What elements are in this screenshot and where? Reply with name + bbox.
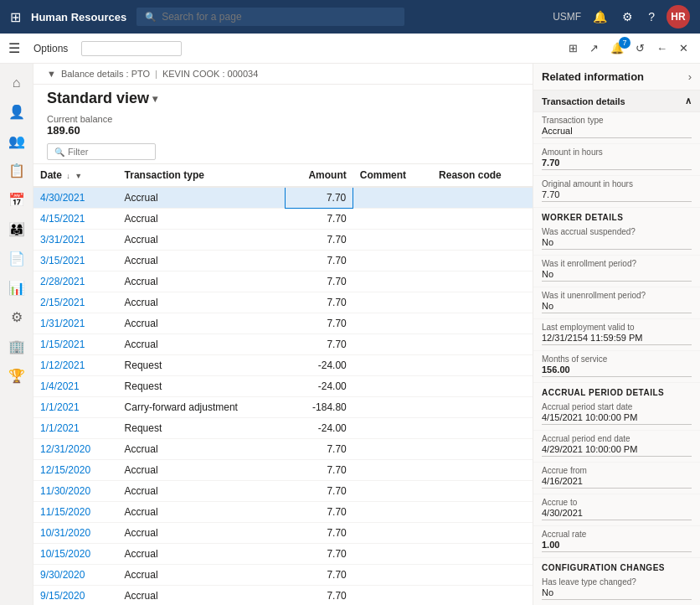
col-reason-code[interactable]: Reason code bbox=[432, 164, 533, 187]
cell-date[interactable]: 3/15/2021 bbox=[33, 251, 118, 271]
back-icon[interactable]: ← bbox=[653, 40, 671, 56]
table-row[interactable]: 10/15/2020Accrual7.70 bbox=[33, 544, 533, 565]
cell-amount: 7.70 bbox=[286, 230, 353, 251]
cell-date[interactable]: 2/15/2021 bbox=[33, 292, 118, 313]
user-avatar[interactable]: HR bbox=[667, 5, 690, 28]
table-row[interactable]: 1/31/2021Accrual7.70 bbox=[33, 313, 533, 334]
cell-date[interactable]: 9/30/2020 bbox=[33, 565, 118, 586]
cell-date[interactable]: 10/31/2020 bbox=[33, 523, 118, 544]
cell-type: Accrual bbox=[118, 334, 286, 355]
original-amount-field: Original amount in hours 7.70 bbox=[533, 176, 700, 208]
page-title-text: Standard view bbox=[47, 90, 149, 107]
table-row[interactable]: 1/4/2021Request-24.00 bbox=[33, 376, 533, 397]
cell-type: Accrual bbox=[118, 313, 286, 334]
notification-bell[interactable]: 🔔 bbox=[589, 8, 610, 25]
cell-type: Accrual bbox=[118, 586, 286, 606]
cell-date[interactable]: 1/12/2021 bbox=[33, 355, 118, 376]
table-row[interactable]: 4/30/2021Accrual7.70 bbox=[33, 187, 533, 209]
cell-date[interactable]: 2/28/2021 bbox=[33, 271, 118, 292]
sidebar-icon-chart[interactable]: 📊 bbox=[3, 275, 30, 301]
search-bar[interactable]: 🔍 bbox=[136, 8, 404, 26]
table-row[interactable]: 2/15/2021Accrual7.70 bbox=[33, 292, 533, 313]
table-row[interactable]: 1/1/2021Carry-forward adjustment-184.80 bbox=[33, 397, 533, 418]
table-row[interactable]: 3/15/2021Accrual7.70 bbox=[33, 251, 533, 271]
title-chevron-icon[interactable]: ▾ bbox=[152, 93, 157, 105]
sidebar-icon-person[interactable]: 👤 bbox=[3, 99, 30, 125]
last-employment-value: 12/31/2154 11:59:59 PM bbox=[542, 333, 692, 345]
cell-date[interactable]: 1/1/2021 bbox=[33, 397, 118, 418]
sidebar-icon-calendar[interactable]: 📅 bbox=[3, 187, 30, 213]
table-row[interactable]: 11/30/2020Accrual7.70 bbox=[33, 481, 533, 502]
table-row[interactable]: 9/30/2020Accrual7.70 bbox=[33, 565, 533, 586]
table-row[interactable]: 12/31/2020Accrual7.70 bbox=[33, 439, 533, 460]
sidebar-icon-people[interactable]: 👨‍👩‍👧 bbox=[3, 216, 30, 242]
cell-date[interactable]: 1/15/2021 bbox=[33, 334, 118, 355]
help-icon[interactable]: ? bbox=[645, 8, 658, 25]
toolbar-search-input[interactable] bbox=[81, 41, 182, 56]
table-row[interactable]: 10/31/2020Accrual7.70 bbox=[33, 523, 533, 544]
settings-icon[interactable]: ⚙ bbox=[619, 8, 636, 25]
cell-date[interactable]: 1/4/2021 bbox=[33, 376, 118, 397]
table-row[interactable]: 3/31/2021Accrual7.70 bbox=[33, 230, 533, 251]
app-grid-icon[interactable]: ⊞ bbox=[10, 9, 21, 25]
cell-date[interactable]: 12/31/2020 bbox=[33, 439, 118, 460]
sidebar-icon-award[interactable]: 🏆 bbox=[3, 363, 30, 389]
table-row[interactable]: 1/12/2021Request-24.00 bbox=[33, 355, 533, 376]
table-row[interactable]: 11/15/2020Accrual7.70 bbox=[33, 502, 533, 523]
col-transaction-type[interactable]: Transaction type bbox=[118, 164, 286, 187]
cell-amount: 7.70 bbox=[286, 439, 353, 460]
table-row[interactable]: 1/15/2021Accrual7.70 bbox=[33, 334, 533, 355]
cell-comment bbox=[353, 523, 432, 544]
filter-input[interactable] bbox=[68, 147, 148, 157]
cell-date[interactable]: 10/15/2020 bbox=[33, 544, 118, 565]
cell-date[interactable]: 12/15/2020 bbox=[33, 460, 118, 481]
sidebar-icon-settings-user[interactable]: ⚙ bbox=[6, 304, 28, 330]
cell-reason-code bbox=[432, 187, 533, 209]
cell-reason-code bbox=[432, 271, 533, 292]
close-icon[interactable]: ✕ bbox=[676, 40, 692, 56]
sidebar-icon-team[interactable]: 👥 bbox=[3, 128, 30, 154]
transaction-type-field: Transaction type Accrual bbox=[533, 112, 700, 144]
table-row[interactable]: 9/15/2020Accrual7.70 bbox=[33, 586, 533, 606]
cell-date[interactable]: 1/31/2021 bbox=[33, 313, 118, 334]
hamburger-menu[interactable]: ☰ bbox=[8, 40, 20, 56]
sidebar-icon-org[interactable]: 🏢 bbox=[3, 334, 30, 359]
view-icon[interactable]: ⊞ bbox=[565, 40, 581, 56]
accrue-from-field: Accrue from 4/16/2021 bbox=[533, 463, 700, 494]
col-amount[interactable]: Amount bbox=[286, 164, 353, 187]
leave-type-changed-value: No bbox=[542, 587, 692, 600]
cell-type: Accrual bbox=[118, 502, 286, 523]
cell-date[interactable]: 3/31/2021 bbox=[33, 230, 118, 251]
section-collapse-icon: ∧ bbox=[685, 96, 692, 106]
transaction-details-section-header[interactable]: Transaction details ∧ bbox=[533, 90, 700, 112]
filter-input-container[interactable]: 🔍 bbox=[47, 143, 156, 160]
cell-amount: 7.70 bbox=[286, 544, 353, 565]
cell-date[interactable]: 9/15/2020 bbox=[33, 586, 118, 606]
cell-date[interactable]: 1/1/2021 bbox=[33, 418, 118, 439]
app-name: Human Resources bbox=[31, 11, 126, 23]
cell-date[interactable]: 11/30/2020 bbox=[33, 481, 118, 502]
table-row[interactable]: 4/15/2021Accrual7.70 bbox=[33, 209, 533, 230]
col-comment[interactable]: Comment bbox=[353, 164, 432, 187]
table-row[interactable]: 1/1/2021Request-24.00 bbox=[33, 418, 533, 439]
options-button[interactable]: Options bbox=[27, 39, 75, 58]
cell-reason-code bbox=[432, 209, 533, 230]
refresh-icon[interactable]: ↺ bbox=[632, 40, 648, 56]
cell-comment bbox=[353, 460, 432, 481]
table-row[interactable]: 2/28/2021Accrual7.70 bbox=[33, 271, 533, 292]
col-date[interactable]: Date ↓ ▼ bbox=[33, 164, 118, 187]
open-in-new-icon[interactable]: ↗ bbox=[586, 40, 602, 56]
cell-date[interactable]: 11/15/2020 bbox=[33, 502, 118, 523]
search-input[interactable] bbox=[162, 11, 396, 23]
accrue-from-value: 4/16/2021 bbox=[542, 476, 692, 489]
right-panel-close-button[interactable]: › bbox=[688, 70, 692, 83]
table-row[interactable]: 12/15/2020Accrual7.70 bbox=[33, 460, 533, 481]
sidebar-icon-document[interactable]: 📄 bbox=[3, 246, 30, 271]
cell-date[interactable]: 4/15/2021 bbox=[33, 209, 118, 230]
cell-date[interactable]: 4/30/2021 bbox=[33, 187, 118, 209]
sidebar-icon-clipboard[interactable]: 📋 bbox=[3, 158, 30, 184]
unenrollment-period-value: No bbox=[542, 301, 692, 313]
sidebar-icon-home[interactable]: ⌂ bbox=[8, 70, 26, 96]
cell-comment bbox=[353, 565, 432, 586]
cell-type: Request bbox=[118, 355, 286, 376]
